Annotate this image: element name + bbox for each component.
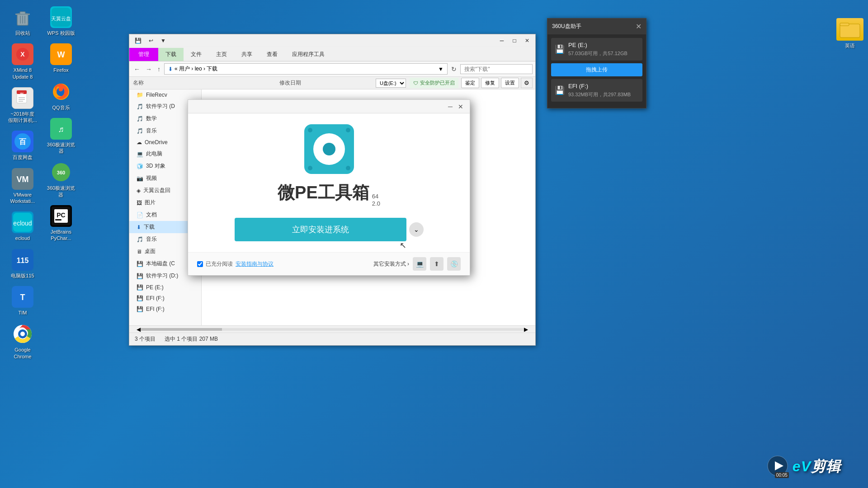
tab-home[interactable]: 主页 [209,48,234,61]
desktop-icon-115[interactable]: 115 电脑版115 [5,247,41,281]
toolbar-audit-btn[interactable]: 鉴定 [461,78,479,88]
toolbar-repair-btn[interactable]: 修复 [481,78,499,88]
desktop-icon-jetbrains[interactable]: PC JetBrainsPyChar... [43,203,79,244]
logo-corner-br [346,166,350,170]
desktop-icon-vmware[interactable]: VM VMwareWorkstati... [5,166,41,206]
micrope-more-btn[interactable]: ⌄ [409,222,424,237]
micrope-close-btn[interactable]: ✕ [455,102,466,111]
micrope-title-row: 微PE工具箱 64 2.0 [278,181,380,207]
toolbar-buttons: 鉴定 修复 设置 ⚙ [458,77,535,89]
desktop-icon-ecloud[interactable]: ecloud ecloud [5,210,41,243]
sidebar-item-pee[interactable]: 💾 PE (E:) [129,282,201,293]
desktop-icon-qqmusic[interactable]: ♬ 360极速浏览 器 [43,116,79,156]
toolbar-settings-btn[interactable]: 设置 [501,78,519,88]
video-icon: 📷 [137,175,143,182]
right-desktop-folder[interactable]: 英语 [836,18,863,49]
nav-back-btn[interactable]: ← [132,65,142,74]
fe-maximize-btn[interactable]: □ [509,36,520,45]
desktop-icon-tianyun[interactable]: 天翼云盘 WPS 校园版 [43,5,79,38]
method-icon-1[interactable]: 💻 [413,257,426,271]
desktop-icon-recycle[interactable]: 回收站 [5,5,41,38]
svg-text:360: 360 [57,170,65,175]
sidebar-item-efif2[interactable]: 💾 EFI (F:) [129,304,201,314]
tab-share[interactable]: 共享 [234,48,259,61]
security-bar[interactable]: 🛡 安全防护已开启 [410,78,458,88]
drive-d-icon: 💾 [137,273,143,279]
usb-title-text: 360U盘助手 [552,23,581,30]
tianyun-sidebar-icon: ◈ [137,188,141,194]
music-icon-2: 🎵 [137,128,143,134]
quick-undo-btn[interactable]: ↩ [146,37,156,45]
svg-rect-2 [15,14,30,15]
tab-apptools[interactable]: 应用程序工具 [285,48,332,61]
search-input[interactable] [460,64,533,74]
ev-time: 00:05 [775,472,789,478]
chrome-icon [12,323,33,345]
micrope-minimize-btn[interactable]: ─ [445,102,455,111]
address-dropdown-icon[interactable]: ▼ [438,66,443,72]
toolbar-gear-btn[interactable]: ⚙ [521,78,533,88]
desktop-icon-tim[interactable]: T TIM [5,284,41,318]
svg-text:W: W [20,92,24,96]
micrope-bottom: 已充分阅读 安装指南与协议 其它安装方式 › 💻 ⬆ 💿 [188,252,470,275]
tab-download[interactable]: 下载 [158,48,184,61]
docs-icon: 📄 [137,212,143,218]
downloads-icon: ⬇ [137,224,141,230]
desktop-icon-360[interactable]: 360 360极速浏览器 [43,160,79,200]
hscroll-right-btn[interactable]: ▶ [524,326,528,333]
desktop-icon-wpsschool[interactable]: W Firefox [43,42,79,75]
svg-text:百: 百 [19,138,27,145]
usb-content: 💾 PE (E:) 57.03GB可用，共57.12GB 拖拽上传 💾 EFI … [547,34,646,108]
sidebar-item-efif[interactable]: 💾 EFI (F:) [129,293,201,304]
method-icon-2[interactable]: ⬆ [430,257,443,271]
logo-corner-tr [346,128,350,132]
micrope-install-btn[interactable]: 立即安装进系统 [235,218,406,241]
fe-statusbar: 3 个项目 选中 1 个项目 207 MB [129,333,535,345]
usb-upload-btn[interactable]: 拖拽上传 [551,63,642,76]
other-methods-link[interactable]: 其它安装方式 › [373,260,409,268]
usb-close-btn[interactable]: ✕ [636,22,642,31]
status-selected: 选中 1 个项目 207 MB [165,335,218,343]
hscroll-thumb[interactable] [141,328,222,331]
tab-file[interactable]: 文件 [184,48,209,61]
chrome-label: GoogleChrome [14,347,31,360]
xmind-icon: X [12,43,33,65]
tab-view[interactable]: 查看 [259,48,285,61]
usb-pe-info: 57.03GB可用，共57.12GB [568,50,627,57]
address-path[interactable]: ⬇ « 用户 › leo › 下载 ▼ [164,63,448,75]
nav-up-btn[interactable]: ↑ [156,65,162,74]
qqmusic-label: 360极速浏览 器 [45,141,77,155]
sidebar-item-filerecv[interactable]: 📁 FileRecv [129,89,201,100]
desktop-icon-chrome[interactable]: GoogleChrome [5,321,41,361]
udisk-selector[interactable]: U盘(E:) [376,79,406,88]
desktop-icon-baidu[interactable]: 百 百度网盘 [5,129,41,162]
agree-link[interactable]: 安装指南与协议 [236,260,274,268]
hscroll-left-btn[interactable]: ◀ [137,326,141,333]
hscroll-track [141,328,524,331]
fe-minimize-btn[interactable]: ─ [496,36,507,45]
nav-forward-btn[interactable]: → [144,65,154,74]
firefox-icon [50,81,72,103]
agree-checkbox[interactable] [197,261,203,267]
quick-save-btn[interactable]: 💾 [132,37,144,45]
wpsschool-icon: W [50,43,72,65]
usb-drive-efi[interactable]: 💾 EFI (F:) 93.32MB可用，共297.83MB [551,79,642,102]
ev-brand-jiaji: 剪辑 [811,458,841,474]
ev-brand-ev: eV [793,458,811,474]
refresh-btn[interactable]: ↻ [449,65,458,74]
desktop-icons-area: 回收站 X XMind 8Update 8 W [5,5,41,375]
quick-menu-btn[interactable]: ▼ [158,37,169,45]
micrope-title-text: 微PE工具箱 [278,181,369,204]
drive-e-icon: 💾 [137,284,143,291]
tab-management[interactable]: 管理 [129,48,158,61]
usb-drive-pe[interactable]: 💾 PE (E:) 57.03GB可用，共57.12GB [551,38,642,61]
svg-text:ecloud: ecloud [13,220,32,227]
ev-editor-area: 00:05 eV剪辑 [766,455,841,479]
desktop-icon-firefox[interactable]: QQ音乐 [43,79,79,113]
desktop-icon-wps-doc[interactable]: W ~2018年度假期计算机... [5,85,41,126]
desktop-icon-xmind[interactable]: X XMind 8Update 8 [5,42,41,82]
svg-text:W: W [57,50,65,59]
fe-close-btn[interactable]: ✕ [522,36,533,45]
jetbrains-icon: PC [50,205,72,227]
method-icon-3[interactable]: 💿 [447,257,461,271]
